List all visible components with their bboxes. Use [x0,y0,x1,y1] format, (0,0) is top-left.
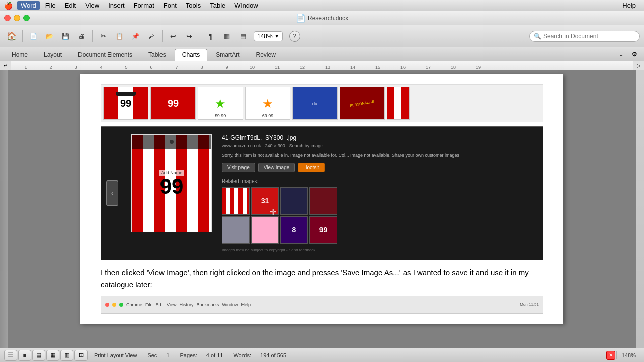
related-thumb-7[interactable]: 8 [280,216,308,244]
print-icon[interactable]: 🖨 [74,29,89,44]
list-view-button[interactable]: ☰ [4,350,17,361]
right-scroll[interactable] [636,70,644,348]
ruler-right-button[interactable]: ▷ [633,61,644,70]
save-icon[interactable]: 💾 [58,29,73,44]
web-view-button[interactable]: ⊡ [74,350,88,361]
zoom-dropdown-icon[interactable]: ▼ [275,34,279,39]
related-images-grid: 31 8 99 [222,187,533,244]
menu-item-font[interactable]: Font [159,1,181,10]
tab-smartart[interactable]: SmartArt [208,49,247,61]
menu-item-window[interactable]: Window [230,1,262,10]
apple-logo-icon[interactable]: 🍎 [4,2,13,10]
status-bar: ☰ ≡ ▤ ▦ ▥ ⊡ Print Layout View Sec 1 Page… [0,348,644,362]
body-paragraph: I then clicked 'View Image', then right … [101,266,543,291]
prev-button[interactable]: ‹ [106,180,118,206]
ruler-left-button[interactable]: ↵ [0,61,11,70]
product-description: Sorry, this item is not available in. Im… [222,152,533,159]
ribbon-tabs: Home Layout Document Elements Tables Cha… [0,47,644,61]
left-scroll [0,70,8,348]
cut-icon[interactable]: ✂ [96,29,111,44]
strip-image-7 [387,87,410,120]
tab-home[interactable]: Home [4,49,35,61]
open-icon[interactable]: 📂 [42,29,57,44]
menu-item-word[interactable]: Word [17,1,40,10]
outline-view-button[interactable]: ≡ [18,350,31,361]
chrome-menu-help[interactable]: Help [241,302,251,307]
chrome-menu-view[interactable]: View [167,302,176,307]
product-url: www.amazon.co.uk - 240 × 300 - Search by… [222,143,533,148]
chrome-minimize-dot [112,303,116,307]
undo-icon[interactable]: ↩ [166,29,181,44]
traffic-lights [4,15,30,21]
tab-layout[interactable]: Layout [36,49,69,61]
new-doc-icon[interactable]: 📄 [26,29,41,44]
chrome-menu-file[interactable]: File [145,302,153,307]
menu-bar: 🍎 Word File Edit View Insert Format Font… [0,0,644,11]
ribbon-expand-icon[interactable]: ⌄ [616,49,627,60]
minimize-button[interactable] [14,15,20,21]
related-thumb-6[interactable] [251,216,279,244]
status-separator-1 [89,351,89,359]
menu-item-format[interactable]: Format [130,1,158,10]
words-value: 194 of 565 [256,352,290,358]
page-view-button[interactable]: ▤ [32,350,45,361]
close-button[interactable] [4,15,11,21]
related-thumb-3[interactable] [280,187,308,215]
section-value: 1 [162,352,173,358]
related-thumb-5[interactable] [222,216,250,244]
copy-icon[interactable]: 📋 [112,29,127,44]
tab-review[interactable]: Review [248,49,283,61]
search-input[interactable] [543,33,634,40]
home-icon[interactable]: 🏠 [4,29,19,44]
cursor-icon: ✛ [270,207,276,217]
view-icon[interactable]: ▦ [219,29,234,44]
ruler-content: 1 2 3 4 5 6 7 8 9 10 11 12 13 14 15 16 1… [11,61,633,70]
tab-document-elements[interactable]: Document Elements [70,49,140,61]
search-bar[interactable]: 🔍 [529,31,640,42]
phone-camera-icon [170,140,174,144]
phone-stripes-bg: Add Name 99 [132,135,211,232]
menu-item-file[interactable]: File [41,1,60,10]
ruler: ↵ 1 2 3 4 5 6 7 8 9 10 11 12 13 14 15 16… [0,61,644,70]
menu-item-tools[interactable]: Tools [182,1,205,10]
reading-view-button[interactable]: ▥ [60,350,73,361]
menu-item-help[interactable]: Help [618,1,640,10]
chrome-status-text: Mon 11:51 [520,302,539,307]
redo-icon[interactable]: ↪ [182,29,197,44]
strip-image-2: 99 [150,87,196,120]
menu-item-edit[interactable]: Edit [61,1,80,10]
status-separator-3 [175,351,175,359]
chrome-menu-history[interactable]: History [179,302,193,307]
menu-item-view[interactable]: View [81,1,103,10]
sidebar-icon[interactable]: ▤ [235,29,251,44]
pilcrow-icon[interactable]: ¶ [203,29,218,44]
google-image-screenshot: ‹ Add Name 99 ✛ [101,126,543,260]
toolbar-separator-1 [22,30,23,42]
chrome-menu-bookmarks[interactable]: Bookmarks [196,302,219,307]
help-button[interactable]: ? [289,31,300,42]
chrome-menu-window[interactable]: Window [222,302,238,307]
strip-image-5: du [292,87,338,120]
zoom-value: 148% [257,33,273,40]
status-separator-4 [228,351,228,359]
visit-page-button[interactable]: Visit page [222,163,255,172]
tab-tables[interactable]: Tables [141,49,174,61]
chrome-menu-edit[interactable]: Edit [156,302,164,307]
error-close-button[interactable]: ✕ [606,351,615,360]
ribbon-settings-icon[interactable]: ⚙ [629,49,640,60]
zoom-control[interactable]: 148% ▼ [254,31,283,41]
menu-item-table[interactable]: Table [206,1,229,10]
print-view-button[interactable]: ▦ [46,350,59,361]
view-image-button[interactable]: View image [258,163,295,172]
paste-icon[interactable]: 📌 [128,29,143,44]
phone-text-content: Add Name 99 [159,170,184,197]
format-brush-icon[interactable]: 🖌 [144,29,159,44]
hootsit-button[interactable]: Hootsit [298,163,325,172]
related-thumb-1[interactable] [222,187,250,215]
menu-item-insert[interactable]: Insert [104,1,129,10]
related-thumb-4[interactable] [309,187,337,215]
strip-image-3: ★ £9.99 [198,87,243,120]
related-thumb-8[interactable]: 99 [309,216,337,244]
tab-charts[interactable]: Charts [175,49,207,61]
maximize-button[interactable] [23,15,30,21]
